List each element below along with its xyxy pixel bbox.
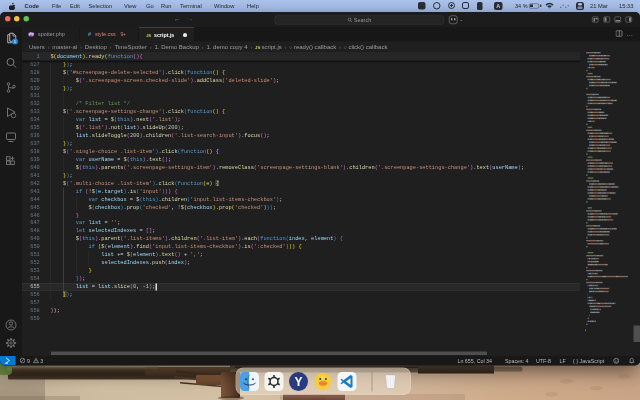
svg-text:#: # [88, 31, 91, 37]
svg-text:php: php [29, 32, 34, 36]
svg-text:JS: JS [146, 33, 151, 38]
